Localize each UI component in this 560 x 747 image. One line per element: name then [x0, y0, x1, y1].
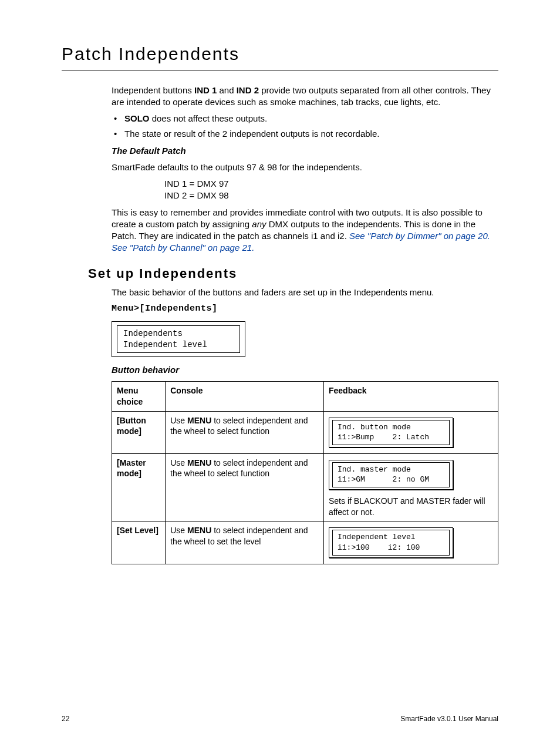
xref-patch-by-dimmer[interactable]: See "Patch by Dimmer" on page 20. [349, 231, 490, 241]
manual-title: SmartFade v3.0.1 User Manual [400, 714, 498, 724]
table-row: [Button mode] Use MENU to select indepen… [112, 411, 498, 453]
intro-text-a: Independent buttons [112, 85, 194, 95]
lcd-main: Independents Independent level [112, 321, 245, 358]
section-title: Patch Independents [62, 42, 498, 66]
row1-lcd-text: Ind. button mode i1:>Bump 2: Latch [332, 420, 450, 445]
row2-feedback: Ind. master mode i1:>GM 2: no GM Sets if… [324, 453, 498, 521]
row3-console: Use MENU to select independent and the w… [166, 521, 324, 564]
row3-lcd-text: Independent level i1:>100 i2: 100 [332, 530, 450, 555]
button-behavior-table: Menu choice Console Feedback [Button mod… [112, 381, 498, 564]
ind2-dmx-line: IND 2 = DMX 98 [164, 190, 498, 201]
title-rule [62, 70, 498, 70]
row1-feedback: Ind. button mode i1:>Bump 2: Latch [324, 411, 498, 453]
row2-console-pre: Use [170, 458, 187, 467]
table-row: [Set Level] Use MENU to select independe… [112, 521, 498, 564]
xref-patch-by-channel[interactable]: See "Patch by Channel" on page 21. [112, 243, 254, 253]
row2-console-bold: MENU [187, 458, 211, 467]
intro-paragraph: Independent buttons IND 1 and IND 2 prov… [112, 85, 498, 109]
default-patch-text: SmartFade defaults to the outputs 97 & 9… [112, 161, 498, 173]
row1-console-pre: Use [170, 416, 187, 425]
lcd-main-text: Independents Independent level [117, 325, 240, 354]
table-header-console: Console [166, 381, 324, 411]
page-number: 22 [62, 714, 69, 724]
row3-menu: [Set Level] [112, 521, 166, 564]
ind2-label: IND 2 [237, 85, 259, 95]
ind1-label: IND 1 [194, 85, 217, 95]
row3-feedback: Independent level i1:>100 i2: 100 [324, 521, 498, 564]
custom-patch-paragraph: This is easy to remember and provides im… [112, 207, 498, 254]
bullet1-bold: SOLO [124, 113, 150, 123]
bullet-item: The state or result of the 2 independent… [112, 128, 498, 140]
row2-lcd: Ind. master mode i1:>GM 2: no GM [329, 460, 453, 490]
page: Patch Independents Independent buttons I… [0, 0, 560, 747]
subsection-intro: The basic behavior of the buttons and fa… [112, 287, 498, 298]
table-header-menu: Menu choice [112, 381, 166, 411]
body-content: Independent buttons IND 1 and IND 2 prov… [112, 85, 498, 564]
page-footer: 22 SmartFade v3.0.1 User Manual [62, 714, 498, 724]
button-behavior-heading: Button behavior [112, 364, 498, 376]
subsection-title: Set up Independents [88, 265, 498, 282]
table-header-feedback: Feedback [324, 381, 498, 411]
table-row: [Master mode] Use MENU to select indepen… [112, 453, 498, 521]
intro-bullets: SOLO does not affect these outputs. The … [112, 113, 498, 140]
row3-console-pre: Use [170, 526, 187, 535]
row2-menu: [Master mode] [112, 453, 166, 521]
bullet1-rest: does not affect these outputs. [150, 113, 268, 123]
ind-dmx-block: IND 1 = DMX 97 IND 2 = DMX 98 [164, 178, 498, 202]
row1-menu: [Button mode] [112, 411, 166, 453]
intro-and: and [217, 85, 236, 95]
ind1-dmx-line: IND 1 = DMX 97 [164, 178, 498, 190]
table-header-row: Menu choice Console Feedback [112, 381, 498, 411]
menu-path: Menu>[Independents] [112, 303, 498, 315]
para2-any: any [252, 219, 266, 229]
row1-console-bold: MENU [187, 416, 211, 425]
row3-lcd: Independent level i1:>100 i2: 100 [329, 527, 453, 557]
row3-console-bold: MENU [187, 526, 211, 535]
row1-lcd: Ind. button mode i1:>Bump 2: Latch [329, 418, 453, 447]
row1-console: Use MENU to select independent and the w… [166, 411, 324, 453]
bullet-item: SOLO does not affect these outputs. [112, 113, 498, 124]
row2-lcd-text: Ind. master mode i1:>GM 2: no GM [332, 462, 450, 487]
row2-note: Sets if BLACKOUT and MASTER fader will a… [329, 496, 493, 518]
row2-console: Use MENU to select independent and the w… [166, 453, 324, 521]
default-patch-heading: The Default Patch [112, 145, 498, 157]
